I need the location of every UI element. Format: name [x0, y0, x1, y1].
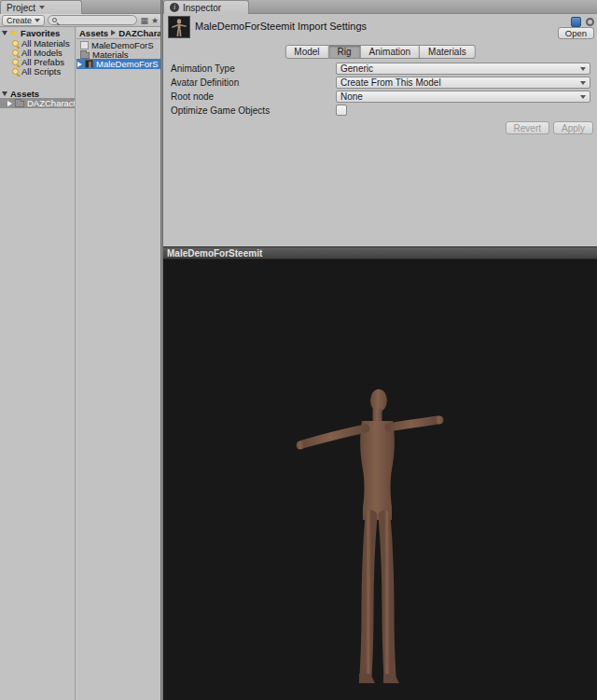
- inspector-tab-label: Inspector: [183, 3, 221, 13]
- gear-icon[interactable]: [586, 18, 594, 26]
- create-button-label: Create: [7, 16, 32, 25]
- tab-rig[interactable]: Rig: [329, 45, 361, 59]
- foldout-closed-icon[interactable]: [7, 101, 12, 106]
- tab-label: Animation: [369, 47, 410, 57]
- tab-strip: [0, 0, 597, 14]
- field-label: Optimize Game Objects: [171, 105, 336, 116]
- tab-label: Model: [294, 47, 319, 57]
- apply-revert-row: Revert Apply: [506, 121, 593, 134]
- tab-project[interactable]: Project: [0, 0, 82, 14]
- field-label: Animation Type: [171, 63, 336, 74]
- pane-menu-caret-icon[interactable]: [39, 6, 45, 9]
- favorites-header[interactable]: ★ Favorites: [0, 28, 75, 38]
- field-row-animation-type: Animation Type Generic: [171, 62, 590, 75]
- field-label: Avatar Definition: [171, 77, 336, 88]
- tab-label: Materials: [428, 47, 466, 57]
- create-button[interactable]: Create: [2, 15, 45, 26]
- breadcrumb-root[interactable]: Assets: [79, 28, 108, 38]
- animation-type-dropdown[interactable]: Generic: [336, 63, 590, 75]
- favorites-header-label: Favorites: [21, 28, 60, 38]
- project-tab-label: Project: [7, 3, 35, 13]
- foldout-closed-icon[interactable]: [77, 62, 82, 67]
- project-toolbar: Create ▦ ★: [0, 14, 160, 27]
- chevron-down-icon: [580, 81, 586, 85]
- breadcrumb-current[interactable]: DAZChara...: [118, 28, 160, 38]
- tab-animation[interactable]: Animation: [361, 45, 420, 59]
- optimize-game-objects-checkbox[interactable]: [336, 105, 347, 116]
- field-label: Root node: [171, 91, 336, 102]
- preview-canvas[interactable]: [163, 259, 597, 700]
- tree-item-dazcharacters[interactable]: DAZCharacte: [0, 98, 75, 108]
- field-row-optimize-game-objects: Optimize Game Objects: [171, 104, 590, 117]
- avatar-definition-dropdown[interactable]: Create From This Model: [336, 77, 590, 89]
- root-node-dropdown[interactable]: None: [336, 91, 590, 103]
- help-icon[interactable]: [571, 17, 581, 27]
- dropdown-value: Create From This Model: [340, 77, 441, 88]
- foldout-open-icon[interactable]: [2, 91, 7, 96]
- saved-search-icon: [12, 49, 19, 56]
- caret-down-icon: [35, 19, 40, 22]
- field-row-avatar-definition: Avatar Definition Create From This Model: [171, 76, 590, 89]
- tab-model[interactable]: Model: [285, 45, 328, 59]
- chevron-down-icon: [580, 67, 586, 71]
- preview-title: MaleDemoForSteemit: [167, 248, 262, 259]
- model-file-icon: [80, 41, 89, 49]
- saved-search-icon: [12, 40, 19, 47]
- asset-thumbnail-figure: [169, 17, 189, 37]
- tab-inspector[interactable]: i Inspector: [163, 0, 249, 14]
- breadcrumb-separator-icon: [111, 30, 116, 35]
- tab-label: Rig: [338, 47, 352, 57]
- saved-search-icon: [12, 59, 19, 65]
- apply-button[interactable]: Apply: [553, 121, 593, 134]
- chevron-down-icon: [580, 95, 586, 99]
- open-button-label: Open: [565, 28, 587, 38]
- folder-icon: [80, 52, 90, 59]
- tree-item-label: All Scripts: [21, 66, 61, 77]
- asset-thumbnail: [168, 16, 190, 38]
- search-icon: [52, 18, 57, 22]
- preview-header[interactable]: MaleDemoForSteemit: [163, 246, 597, 259]
- inspector-icon: i: [170, 3, 179, 12]
- page-title: MaleDemoForSteemit Import Settings: [195, 21, 367, 32]
- model-thumbnail-icon: [85, 60, 93, 68]
- inspector-panel: MaleDemoForSteemit Import Settings Open …: [163, 14, 597, 246]
- saved-search-icon: [12, 68, 19, 75]
- dropdown-value: Generic: [340, 63, 373, 74]
- open-button[interactable]: Open: [558, 27, 594, 39]
- list-item-label: MaleDemoForS: [96, 59, 159, 69]
- model-figure: [273, 385, 469, 695]
- search-input[interactable]: [48, 15, 137, 25]
- revert-button-label: Revert: [514, 123, 541, 133]
- tree-item-all-scripts[interactable]: All Scripts: [0, 66, 75, 77]
- tree-item-label: DAZCharacte: [27, 98, 75, 108]
- revert-button[interactable]: Revert: [506, 121, 549, 134]
- unity-editor-window: Project i Inspector Create ▦ ★ ★ Favorit…: [0, 0, 597, 700]
- foldout-open-icon[interactable]: [2, 31, 7, 35]
- field-row-root-node: Root node None: [171, 90, 590, 103]
- tab-materials[interactable]: Materials: [420, 45, 476, 59]
- breadcrumb[interactable]: Assets DAZChara...: [76, 27, 160, 39]
- import-settings-tabs: Model Rig Animation Materials: [285, 45, 475, 59]
- folder-icon: [15, 101, 24, 107]
- inspector-header: MaleDemoForSteemit Import Settings Open: [163, 14, 597, 44]
- asset-list-panel: Assets DAZChara... MaleDemoForS Material…: [76, 27, 160, 700]
- list-item-maledemo-model[interactable]: MaleDemoForS: [76, 59, 160, 69]
- project-tree-panel: ★ Favorites All Materials All Models All…: [0, 27, 76, 700]
- filter-by-type-icon[interactable]: ▦: [140, 15, 148, 26]
- star-icon: ★: [10, 29, 18, 37]
- favorite-filter-icon[interactable]: ★: [151, 15, 159, 26]
- dropdown-value: None: [340, 91, 363, 102]
- apply-button-label: Apply: [562, 123, 585, 133]
